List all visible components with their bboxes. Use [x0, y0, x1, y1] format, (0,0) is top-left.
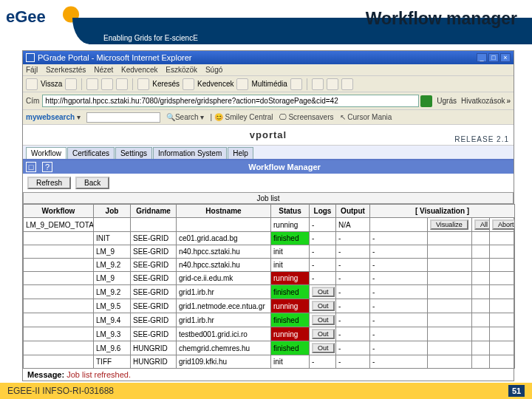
screensavers-link[interactable]: Screensavers — [288, 113, 333, 121]
cell-vis3 — [472, 327, 490, 341]
window-titlebar[interactable]: PGrade Portal - Microsoft Internet Explo… — [23, 51, 514, 64]
cell-vis2 — [428, 272, 472, 285]
cell-vis3 — [472, 245, 490, 259]
tab-certificates[interactable]: Certificates — [67, 147, 115, 159]
refresh-button[interactable]: Refresh — [27, 177, 71, 189]
cell-vis4 — [490, 285, 515, 299]
media-icon[interactable] — [236, 78, 248, 90]
release-label: RELEASE 2.1 — [454, 135, 509, 143]
table-row: LM_9_DEMO_TOTALrunning-N/AVisualizeAllAb… — [24, 218, 515, 232]
menu-bar[interactable]: Fájl Szerkesztés Nézet Kedvencek Eszközö… — [23, 64, 514, 76]
help-icon[interactable]: ? — [42, 162, 52, 172]
cell-output: - — [336, 232, 370, 245]
menu-tools[interactable]: Eszközök — [166, 66, 197, 74]
address-input[interactable] — [42, 95, 419, 107]
svg-text:eGee: eGee — [6, 8, 46, 27]
cell-logs: Out — [310, 285, 336, 299]
cell-vis3 — [472, 313, 490, 327]
cell-vis: - — [370, 232, 428, 245]
table-row: LM_9.6HUNGRIDchemgrid.chemres.hufinished… — [24, 341, 515, 355]
cell-vis: - — [370, 313, 428, 327]
footer-left: EGEE-II INFSO-RI-031688 — [7, 386, 114, 396]
message-label: Message: — [27, 370, 64, 379]
table-row: LM_9SEE-GRIDn40.hpcc.sztaki.huinit--- — [24, 245, 515, 259]
address-label: Cím — [26, 97, 39, 105]
print-icon[interactable] — [327, 78, 338, 90]
cell-gridname: SEE-GRID — [131, 285, 177, 299]
cell-vis2 — [428, 299, 472, 313]
tab-information-system[interactable]: Information System — [153, 147, 227, 159]
cell-workflow — [24, 341, 94, 355]
mywebsearch-search-btn[interactable]: 🔍Search ▾ — [166, 113, 204, 121]
mail-icon[interactable] — [312, 78, 324, 90]
cell-vis2 — [428, 232, 472, 245]
cell-job: LM_9 — [94, 272, 131, 285]
cell-output: - — [336, 355, 370, 369]
portal-tabs: Workflow Certificates Settings Informati… — [23, 146, 514, 160]
menu-help[interactable]: Súgó — [205, 66, 222, 74]
search-icon[interactable] — [137, 78, 149, 90]
out-button[interactable]: Out — [312, 343, 335, 353]
cell-workflow — [24, 272, 94, 285]
out-button[interactable]: Out — [312, 329, 335, 339]
smiley-central-link[interactable]: Smiley Central — [225, 113, 273, 121]
favorites-label[interactable]: Kedvencek — [197, 80, 233, 88]
go-button[interactable] — [420, 95, 432, 107]
all-button[interactable]: All — [474, 219, 490, 230]
cell-hostname — [177, 218, 271, 232]
out-button[interactable]: Out — [312, 301, 335, 311]
cell-logs: - — [310, 355, 336, 369]
cell-output: - — [336, 341, 370, 355]
maximize-button[interactable]: □ — [488, 53, 499, 62]
tab-help[interactable]: Help — [228, 147, 253, 159]
favorites-icon[interactable] — [183, 78, 194, 90]
cell-logs: - — [310, 232, 336, 245]
cell-vis2 — [428, 245, 472, 259]
cell-hostname: grid1.irb.hr — [177, 313, 271, 327]
out-button[interactable]: Out — [312, 287, 335, 297]
home-icon[interactable] — [116, 78, 128, 90]
back-label[interactable]: Vissza — [41, 80, 62, 88]
links-label[interactable]: Hivatkozások — [461, 97, 505, 105]
abort-button[interactable]: Abort — [492, 219, 515, 230]
out-button[interactable]: Out — [312, 315, 335, 325]
tab-settings[interactable]: Settings — [115, 147, 152, 159]
browser-window: PGrade Portal - Microsoft Internet Explo… — [22, 50, 514, 381]
edit-icon[interactable] — [341, 78, 353, 90]
menu-edit[interactable]: Szerkesztés — [46, 66, 86, 74]
collapse-icon[interactable]: □ — [26, 162, 36, 172]
cell-gridname: SEE-GRID — [131, 272, 177, 285]
cell-vis3 — [472, 232, 490, 245]
forward-icon[interactable] — [65, 78, 77, 90]
tab-workflow[interactable]: Workflow — [26, 147, 66, 159]
back-icon[interactable] — [26, 78, 38, 90]
cursor-mania-link[interactable]: Cursor Mania — [347, 113, 392, 121]
cell-status: finished — [271, 232, 310, 245]
stop-icon[interactable] — [86, 78, 98, 90]
go-label[interactable]: Ugrás — [437, 97, 457, 105]
minimize-button[interactable]: _ — [477, 53, 487, 62]
history-icon[interactable] — [290, 78, 302, 90]
menu-view[interactable]: Nézet — [94, 66, 113, 74]
mywebsearch-bar: mywebsearch ▾ 🔍Search ▾ | 😊 Smiley Centr… — [23, 110, 514, 125]
cell-vis4 — [490, 272, 515, 285]
ie-icon — [26, 53, 35, 62]
table-row: LM_9.4SEE-GRIDgrid1.irb.hrfinishedOut-- — [24, 313, 515, 327]
cell-logs: Out — [310, 341, 336, 355]
menu-favorites[interactable]: Kedvencek — [121, 66, 157, 74]
cell-logs: - — [310, 218, 336, 232]
refresh-icon[interactable] — [101, 78, 113, 90]
cell-vis3 — [472, 355, 490, 369]
col-logs: Logs — [310, 205, 336, 218]
slide-footer: EGEE-II INFSO-RI-031688 51 — [0, 383, 532, 399]
cell-logs: - — [310, 272, 336, 285]
menu-file[interactable]: Fájl — [26, 66, 38, 74]
media-label[interactable]: Multimédia — [251, 80, 287, 88]
cell-vis2 — [428, 285, 472, 299]
back-button[interactable]: Back — [75, 177, 109, 189]
close-button[interactable]: × — [500, 53, 511, 62]
cell-hostname: grid1.netmode.ece.ntua.gr — [177, 299, 271, 313]
visualize-button[interactable]: Visualize — [430, 219, 468, 230]
search-label[interactable]: Keresés — [152, 80, 180, 88]
mywebsearch-input[interactable] — [86, 112, 160, 123]
